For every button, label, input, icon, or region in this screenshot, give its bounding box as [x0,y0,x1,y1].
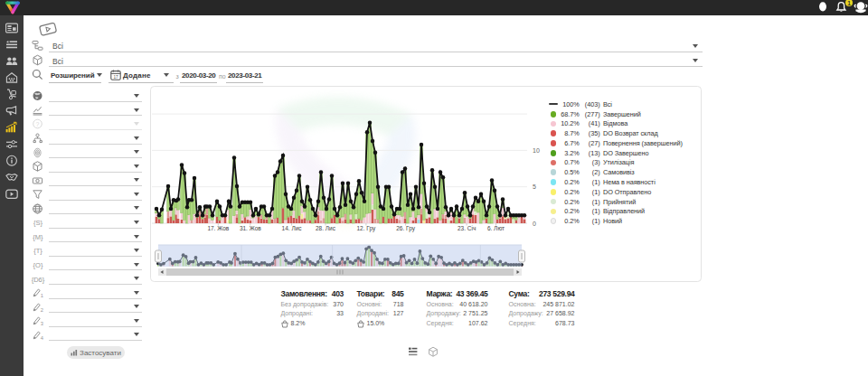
svg-text:1: 1 [41,293,43,298]
svg-text:17: 17 [113,75,118,80]
svg-text:{T}: {T} [33,247,42,255]
svg-text:14. Лис: 14. Лис [282,225,303,231]
svg-text:4: 4 [41,335,44,341]
svg-text:1: 1 [847,0,851,6]
svg-text:?: ? [36,121,40,127]
svg-text:{M}: {M} [33,233,43,241]
svg-text:{D6}: {D6} [32,275,45,283]
svg-text:12. Гру: 12. Гру [357,225,377,232]
svg-text:23. Січ: 23. Січ [458,225,476,231]
svg-text:26. Гру: 26. Гру [396,225,416,232]
svg-text:6. Лют: 6. Лют [487,225,505,231]
svg-text:{O}: {O} [33,261,43,269]
svg-text:{S}: {S} [33,219,43,227]
svg-text:3: 3 [41,321,43,326]
svg-text:31. Жов: 31. Жов [240,225,261,231]
svg-text:17. Жов: 17. Жов [207,225,229,231]
svg-text:2: 2 [41,307,43,313]
svg-text:28. Лис: 28. Лис [316,225,336,231]
